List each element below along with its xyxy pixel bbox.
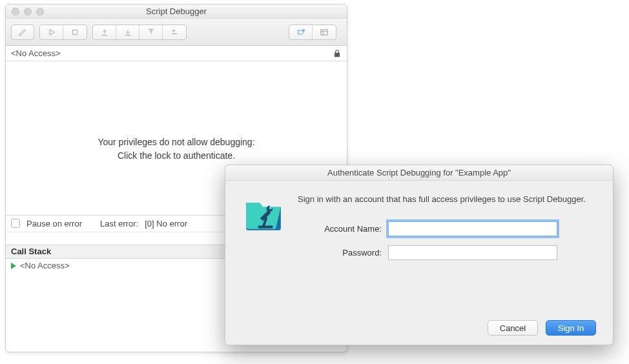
window-title: Script Debugger bbox=[6, 6, 347, 16]
breakpoint-icon bbox=[295, 28, 307, 37]
auth-dialog: Authenticate Script Debugging for "Examp… bbox=[225, 165, 614, 345]
toolbar bbox=[6, 19, 347, 46]
step-over-button[interactable] bbox=[139, 25, 163, 39]
dialog-title: Authenticate Script Debugging for "Examp… bbox=[225, 165, 613, 181]
account-label: Account Name: bbox=[298, 224, 388, 234]
no-access-message-line2: Click the lock to authenticate. bbox=[118, 149, 235, 163]
callstack-item-label: <No Access> bbox=[20, 261, 70, 270]
current-frame-icon bbox=[11, 263, 16, 269]
window-titlebar: Script Debugger bbox=[6, 5, 347, 19]
dialog-message: Sign in with an account that has full ac… bbox=[298, 194, 596, 206]
last-error-label: Last error: bbox=[100, 219, 138, 228]
svg-rect-2 bbox=[321, 29, 328, 34]
svg-rect-0 bbox=[73, 30, 77, 34]
password-input[interactable] bbox=[388, 245, 557, 260]
svg-rect-3 bbox=[258, 226, 273, 228]
pause-on-error-label: Pause on error bbox=[26, 219, 82, 228]
step-into-button[interactable] bbox=[116, 25, 139, 39]
cancel-button[interactable]: Cancel bbox=[488, 320, 538, 336]
no-access-message-line1: Your privileges do not allow debugging: bbox=[98, 136, 254, 149]
dialog-body: Sign in with an account that has full ac… bbox=[225, 181, 613, 345]
play-button[interactable] bbox=[40, 25, 63, 39]
status-text: <No Access> bbox=[11, 48, 61, 58]
dialog-button-row: Cancel Sign In bbox=[298, 320, 596, 336]
password-label: Password: bbox=[298, 248, 388, 258]
callstack-header-label: Call Stack bbox=[11, 247, 51, 256]
step-over-icon bbox=[146, 28, 156, 37]
cancel-button-label: Cancel bbox=[500, 323, 526, 333]
account-field-row: Account Name: bbox=[298, 221, 596, 236]
edit-button[interactable] bbox=[11, 25, 34, 40]
step-next-button[interactable] bbox=[163, 25, 186, 39]
view-controls bbox=[289, 25, 336, 40]
stop-button[interactable] bbox=[63, 25, 87, 39]
step-next-icon bbox=[169, 28, 180, 37]
pause-on-error-checkbox[interactable] bbox=[11, 219, 20, 228]
password-field-row: Password: bbox=[298, 245, 596, 260]
stop-icon bbox=[71, 28, 79, 36]
lock-button[interactable] bbox=[333, 48, 342, 59]
account-name-input[interactable] bbox=[388, 221, 557, 236]
lock-icon bbox=[333, 48, 342, 59]
play-icon bbox=[47, 28, 56, 37]
step-into-icon bbox=[123, 28, 133, 37]
data-viewer-icon bbox=[319, 28, 329, 37]
app-icon bbox=[242, 194, 286, 336]
pencil-icon bbox=[18, 28, 27, 37]
signin-button[interactable]: Sign In bbox=[546, 320, 596, 336]
status-bar: <No Access> bbox=[6, 46, 347, 61]
run-controls bbox=[39, 25, 87, 40]
step-out-icon bbox=[99, 28, 110, 37]
last-error-value: [0] No error bbox=[145, 219, 187, 228]
signin-button-label: Sign In bbox=[558, 323, 584, 333]
step-controls bbox=[92, 25, 187, 40]
breakpoints-button[interactable] bbox=[289, 25, 313, 39]
data-viewer-button[interactable] bbox=[313, 25, 336, 39]
step-out-button[interactable] bbox=[93, 25, 116, 39]
folder-tools-icon bbox=[242, 194, 285, 236]
